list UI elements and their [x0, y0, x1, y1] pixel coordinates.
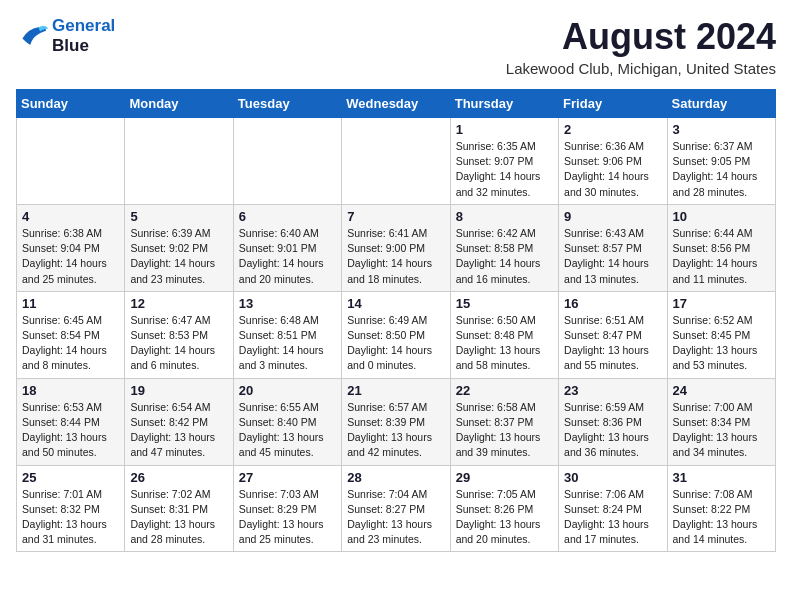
day-number: 13 — [239, 296, 336, 311]
location-subtitle: Lakewood Club, Michigan, United States — [506, 60, 776, 77]
day-number: 6 — [239, 209, 336, 224]
day-number: 10 — [673, 209, 770, 224]
weekday-header-thursday: Thursday — [450, 90, 558, 118]
calendar-day-26: 26Sunrise: 7:02 AMSunset: 8:31 PMDayligh… — [125, 465, 233, 552]
calendar-day-6: 6Sunrise: 6:40 AMSunset: 9:01 PMDaylight… — [233, 204, 341, 291]
calendar-empty — [17, 118, 125, 205]
day-info: Sunrise: 6:58 AMSunset: 8:37 PMDaylight:… — [456, 400, 553, 461]
page-header: General Blue August 2024 Lakewood Club, … — [16, 16, 776, 77]
day-number: 15 — [456, 296, 553, 311]
calendar-day-22: 22Sunrise: 6:58 AMSunset: 8:37 PMDayligh… — [450, 378, 558, 465]
day-number: 28 — [347, 470, 444, 485]
day-info: Sunrise: 6:37 AMSunset: 9:05 PMDaylight:… — [673, 139, 770, 200]
day-number: 7 — [347, 209, 444, 224]
day-number: 20 — [239, 383, 336, 398]
day-number: 18 — [22, 383, 119, 398]
weekday-header-sunday: Sunday — [17, 90, 125, 118]
calendar-day-3: 3Sunrise: 6:37 AMSunset: 9:05 PMDaylight… — [667, 118, 775, 205]
day-number: 17 — [673, 296, 770, 311]
calendar-day-10: 10Sunrise: 6:44 AMSunset: 8:56 PMDayligh… — [667, 204, 775, 291]
day-info: Sunrise: 6:49 AMSunset: 8:50 PMDaylight:… — [347, 313, 444, 374]
logo-text: General Blue — [52, 16, 115, 55]
day-number: 29 — [456, 470, 553, 485]
day-info: Sunrise: 6:47 AMSunset: 8:53 PMDaylight:… — [130, 313, 227, 374]
day-info: Sunrise: 7:00 AMSunset: 8:34 PMDaylight:… — [673, 400, 770, 461]
day-info: Sunrise: 7:03 AMSunset: 8:29 PMDaylight:… — [239, 487, 336, 548]
day-info: Sunrise: 6:48 AMSunset: 8:51 PMDaylight:… — [239, 313, 336, 374]
day-info: Sunrise: 7:06 AMSunset: 8:24 PMDaylight:… — [564, 487, 661, 548]
day-number: 23 — [564, 383, 661, 398]
day-info: Sunrise: 7:08 AMSunset: 8:22 PMDaylight:… — [673, 487, 770, 548]
day-info: Sunrise: 6:45 AMSunset: 8:54 PMDaylight:… — [22, 313, 119, 374]
calendar-empty — [342, 118, 450, 205]
calendar-day-25: 25Sunrise: 7:01 AMSunset: 8:32 PMDayligh… — [17, 465, 125, 552]
calendar-day-24: 24Sunrise: 7:00 AMSunset: 8:34 PMDayligh… — [667, 378, 775, 465]
calendar-week-3: 11Sunrise: 6:45 AMSunset: 8:54 PMDayligh… — [17, 291, 776, 378]
calendar-day-14: 14Sunrise: 6:49 AMSunset: 8:50 PMDayligh… — [342, 291, 450, 378]
calendar-day-8: 8Sunrise: 6:42 AMSunset: 8:58 PMDaylight… — [450, 204, 558, 291]
day-number: 27 — [239, 470, 336, 485]
day-info: Sunrise: 6:44 AMSunset: 8:56 PMDaylight:… — [673, 226, 770, 287]
day-number: 30 — [564, 470, 661, 485]
day-number: 25 — [22, 470, 119, 485]
calendar-day-7: 7Sunrise: 6:41 AMSunset: 9:00 PMDaylight… — [342, 204, 450, 291]
calendar-day-1: 1Sunrise: 6:35 AMSunset: 9:07 PMDaylight… — [450, 118, 558, 205]
day-info: Sunrise: 6:41 AMSunset: 9:00 PMDaylight:… — [347, 226, 444, 287]
day-number: 4 — [22, 209, 119, 224]
day-info: Sunrise: 7:02 AMSunset: 8:31 PMDaylight:… — [130, 487, 227, 548]
calendar-day-18: 18Sunrise: 6:53 AMSunset: 8:44 PMDayligh… — [17, 378, 125, 465]
day-number: 22 — [456, 383, 553, 398]
calendar-week-5: 25Sunrise: 7:01 AMSunset: 8:32 PMDayligh… — [17, 465, 776, 552]
calendar-day-13: 13Sunrise: 6:48 AMSunset: 8:51 PMDayligh… — [233, 291, 341, 378]
calendar-day-20: 20Sunrise: 6:55 AMSunset: 8:40 PMDayligh… — [233, 378, 341, 465]
day-info: Sunrise: 6:43 AMSunset: 8:57 PMDaylight:… — [564, 226, 661, 287]
weekday-header-saturday: Saturday — [667, 90, 775, 118]
calendar-day-16: 16Sunrise: 6:51 AMSunset: 8:47 PMDayligh… — [559, 291, 667, 378]
day-info: Sunrise: 6:39 AMSunset: 9:02 PMDaylight:… — [130, 226, 227, 287]
calendar-week-4: 18Sunrise: 6:53 AMSunset: 8:44 PMDayligh… — [17, 378, 776, 465]
day-number: 3 — [673, 122, 770, 137]
calendar-day-19: 19Sunrise: 6:54 AMSunset: 8:42 PMDayligh… — [125, 378, 233, 465]
calendar-day-28: 28Sunrise: 7:04 AMSunset: 8:27 PMDayligh… — [342, 465, 450, 552]
day-info: Sunrise: 6:36 AMSunset: 9:06 PMDaylight:… — [564, 139, 661, 200]
day-number: 12 — [130, 296, 227, 311]
calendar-day-9: 9Sunrise: 6:43 AMSunset: 8:57 PMDaylight… — [559, 204, 667, 291]
day-info: Sunrise: 6:53 AMSunset: 8:44 PMDaylight:… — [22, 400, 119, 461]
calendar-empty — [125, 118, 233, 205]
calendar-day-15: 15Sunrise: 6:50 AMSunset: 8:48 PMDayligh… — [450, 291, 558, 378]
day-number: 21 — [347, 383, 444, 398]
calendar-week-2: 4Sunrise: 6:38 AMSunset: 9:04 PMDaylight… — [17, 204, 776, 291]
calendar-day-12: 12Sunrise: 6:47 AMSunset: 8:53 PMDayligh… — [125, 291, 233, 378]
calendar-day-29: 29Sunrise: 7:05 AMSunset: 8:26 PMDayligh… — [450, 465, 558, 552]
weekday-header-row: SundayMondayTuesdayWednesdayThursdayFrid… — [17, 90, 776, 118]
day-info: Sunrise: 6:57 AMSunset: 8:39 PMDaylight:… — [347, 400, 444, 461]
day-number: 16 — [564, 296, 661, 311]
day-info: Sunrise: 7:01 AMSunset: 8:32 PMDaylight:… — [22, 487, 119, 548]
weekday-header-monday: Monday — [125, 90, 233, 118]
calendar-table: SundayMondayTuesdayWednesdayThursdayFrid… — [16, 89, 776, 552]
day-number: 5 — [130, 209, 227, 224]
weekday-header-tuesday: Tuesday — [233, 90, 341, 118]
weekday-header-friday: Friday — [559, 90, 667, 118]
calendar-day-23: 23Sunrise: 6:59 AMSunset: 8:36 PMDayligh… — [559, 378, 667, 465]
calendar-day-5: 5Sunrise: 6:39 AMSunset: 9:02 PMDaylight… — [125, 204, 233, 291]
day-info: Sunrise: 6:38 AMSunset: 9:04 PMDaylight:… — [22, 226, 119, 287]
day-number: 14 — [347, 296, 444, 311]
day-number: 31 — [673, 470, 770, 485]
day-number: 26 — [130, 470, 227, 485]
calendar-empty — [233, 118, 341, 205]
day-info: Sunrise: 6:50 AMSunset: 8:48 PMDaylight:… — [456, 313, 553, 374]
day-number: 1 — [456, 122, 553, 137]
day-info: Sunrise: 6:40 AMSunset: 9:01 PMDaylight:… — [239, 226, 336, 287]
weekday-header-wednesday: Wednesday — [342, 90, 450, 118]
calendar-day-31: 31Sunrise: 7:08 AMSunset: 8:22 PMDayligh… — [667, 465, 775, 552]
title-block: August 2024 Lakewood Club, Michigan, Uni… — [506, 16, 776, 77]
day-info: Sunrise: 6:52 AMSunset: 8:45 PMDaylight:… — [673, 313, 770, 374]
calendar-day-4: 4Sunrise: 6:38 AMSunset: 9:04 PMDaylight… — [17, 204, 125, 291]
calendar-day-27: 27Sunrise: 7:03 AMSunset: 8:29 PMDayligh… — [233, 465, 341, 552]
calendar-day-30: 30Sunrise: 7:06 AMSunset: 8:24 PMDayligh… — [559, 465, 667, 552]
month-title: August 2024 — [506, 16, 776, 58]
day-number: 9 — [564, 209, 661, 224]
day-info: Sunrise: 7:05 AMSunset: 8:26 PMDaylight:… — [456, 487, 553, 548]
day-number: 24 — [673, 383, 770, 398]
